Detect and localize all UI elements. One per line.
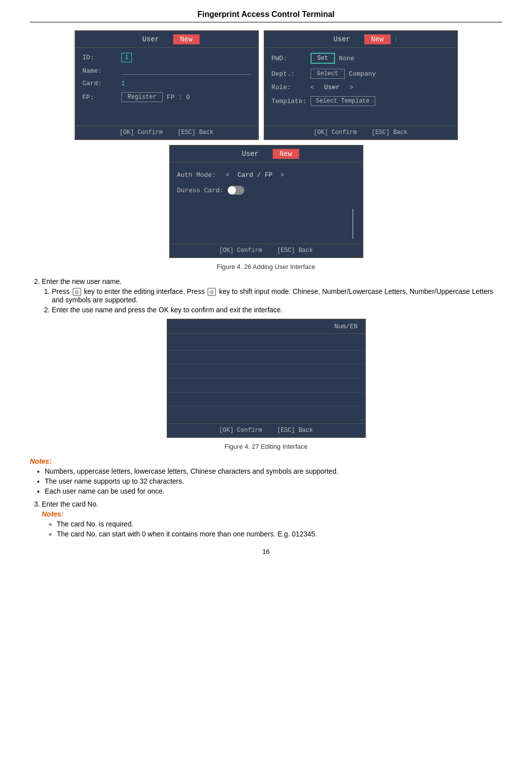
edit-row-5 xyxy=(168,392,365,406)
btn-select-template[interactable]: Select Template xyxy=(311,96,375,106)
figure26-caption: Figure 4. 26 Adding User Interface xyxy=(30,263,502,270)
edit-footer: [OK] Confirm [ESC] Back xyxy=(168,423,365,437)
page-title: Fingerprint Access Control Terminal xyxy=(30,10,502,22)
tab-new-right: New xyxy=(364,34,391,44)
screen-center: User New Auth Mode: < Card / FP > Duress… xyxy=(169,145,363,258)
edit-mode-label: Num/EN xyxy=(334,323,358,330)
footer-right-ok: [OK] Confirm xyxy=(314,129,356,136)
figure26-row: User New ID: 1 Name: Card: 1 FP: Registe… xyxy=(30,30,502,140)
value-auth-mode: Card / FP xyxy=(237,171,272,179)
note-1-2: The user name supports up to 32 characte… xyxy=(45,477,502,485)
btn-set[interactable]: Set xyxy=(311,53,335,64)
label-fp: FP: xyxy=(83,94,117,101)
label-template: Template: xyxy=(272,98,307,105)
notes-list-1: Numbers, uppercase letters, lowercase le… xyxy=(45,467,502,495)
tab-user-left: User xyxy=(133,34,168,44)
edit-footer-esc: [ESC] Back xyxy=(277,427,313,434)
notes-section-2: Notes: The card No. is required. The car… xyxy=(42,510,502,538)
edit-screen: Num/EN [OK] Confirm [ESC] Back xyxy=(167,319,366,438)
role-left-arrow[interactable]: < xyxy=(311,84,315,91)
screen-center-body: Auth Mode: < Card / FP > Duress Card: xyxy=(170,162,362,244)
field-id: ID: 1 xyxy=(83,53,251,62)
field-name: Name: xyxy=(83,67,251,75)
list-item-3: Enter the card No. Notes: The card No. i… xyxy=(42,500,502,538)
value-role: User xyxy=(324,84,339,91)
field-template: Template: Select Template xyxy=(272,96,450,106)
screen-left-body: ID: 1 Name: Card: 1 FP: Register FP : 0 xyxy=(76,48,258,126)
footer-right-esc: [ESC] Back xyxy=(372,129,408,136)
edit-header: Num/EN xyxy=(168,320,365,334)
toggle-knob xyxy=(228,186,236,194)
field-role: Role: < User > xyxy=(272,84,450,91)
field-fp: FP: Register FP : 0 xyxy=(83,92,251,102)
notes-title-1: Notes: xyxy=(30,457,502,465)
footer-center-ok: [OK] Confirm xyxy=(219,247,262,254)
label-auth-mode: Auth Mode: xyxy=(177,171,222,179)
screen-left: User New ID: 1 Name: Card: 1 FP: Registe… xyxy=(75,30,259,140)
value-dept: Company xyxy=(349,70,376,78)
note-2-1: The card No. is required. xyxy=(57,520,502,528)
list-item-2: Enter the new user name. Press ⎅ key to … xyxy=(42,277,502,314)
auth-right-arrow[interactable]: > xyxy=(281,171,285,179)
value-pwd: None xyxy=(339,55,354,62)
toggle-duress[interactable] xyxy=(227,186,244,195)
edit-row-3 xyxy=(168,365,365,379)
sub-list-2: Press ⎅ key to enter the editing interfa… xyxy=(52,287,502,314)
scrollbar xyxy=(352,209,353,239)
label-dept: Dept.: xyxy=(272,70,307,78)
main-list-3: Enter the card No. Notes: The card No. i… xyxy=(42,500,502,538)
figure26-center: User New Auth Mode: < Card / FP > Duress… xyxy=(30,145,502,258)
value-id: 1 xyxy=(121,53,132,62)
tab-new-center: New xyxy=(273,149,299,159)
screen-left-footer: [OK] Confirm [ESC] Back xyxy=(76,126,258,139)
page-number: 16 xyxy=(30,548,502,555)
field-pwd: PWD: Set None xyxy=(272,53,450,64)
footer-center-esc: [ESC] Back xyxy=(277,247,313,254)
screen-center-footer: [OK] Confirm [ESC] Back xyxy=(170,244,362,257)
label-id: ID: xyxy=(83,54,117,61)
edit-footer-ok: [OK] Confirm xyxy=(219,427,262,434)
notes-section-1: Notes: Numbers, uppercase letters, lower… xyxy=(30,457,502,495)
edit-rows xyxy=(168,334,365,423)
notes-title-2: Notes: xyxy=(42,510,502,518)
label-card: Card: xyxy=(83,80,117,87)
screen-right-footer: [OK] Confirm [ESC] Back xyxy=(265,126,457,139)
note-2-2: The card No. can start with 0 when it co… xyxy=(57,530,502,538)
main-list: Enter the new user name. Press ⎅ key to … xyxy=(42,277,502,314)
field-duress-card: Duress Card: xyxy=(177,186,355,195)
edit-row-1 xyxy=(168,337,365,351)
auth-left-arrow[interactable]: < xyxy=(226,171,230,179)
edit-row-2 xyxy=(168,351,365,365)
tab-new-left: New xyxy=(173,34,200,44)
screen-right-body: PWD: Set None Dept.: Select Company Role… xyxy=(265,48,457,126)
note-1-3: Each user name can be used for once. xyxy=(45,487,502,495)
sub-item-2-1: Press ⎅ key to enter the editing interfa… xyxy=(52,287,502,304)
divider-right xyxy=(396,36,397,42)
notes-list-2: The card No. is required. The card No. c… xyxy=(57,520,502,538)
figure27-container: Num/EN [OK] Confirm [ESC] Back xyxy=(30,319,502,438)
sub-item-2-2: Enter the use name and press the OK key … xyxy=(52,306,502,314)
screen-right: User New PWD: Set None Dept.: Select Com… xyxy=(264,30,458,140)
edit-row-4 xyxy=(168,379,365,392)
note-1-1: Numbers, uppercase letters, lowercase le… xyxy=(45,467,502,475)
field-card: Card: 1 xyxy=(83,80,251,87)
label-name: Name: xyxy=(83,67,117,75)
screen-center-header: User New xyxy=(170,146,362,162)
label-pwd: PWD: xyxy=(272,55,307,62)
tab-user-center: User xyxy=(233,149,268,159)
label-duress-card: Duress Card: xyxy=(177,187,224,194)
btn-select-dept[interactable]: Select xyxy=(311,69,345,79)
field-auth-mode: Auth Mode: < Card / FP > xyxy=(177,171,355,179)
value-fp: FP : 0 xyxy=(167,94,190,101)
keyboard-icon-2: ⎅ xyxy=(208,288,216,296)
tab-user-right: User xyxy=(324,34,359,44)
step2-text: Enter the new user name. xyxy=(42,277,121,285)
figure27-caption: Figure 4. 27 Editing Interface xyxy=(30,443,502,450)
edit-row-6 xyxy=(168,406,365,420)
value-card: 1 xyxy=(121,80,125,87)
footer-left-esc: [ESC] Back xyxy=(178,129,213,136)
field-dept: Dept.: Select Company xyxy=(272,69,450,79)
btn-register[interactable]: Register xyxy=(121,92,163,102)
footer-left-ok: [OK] Confirm xyxy=(119,129,162,136)
role-right-arrow[interactable]: > xyxy=(350,84,354,91)
